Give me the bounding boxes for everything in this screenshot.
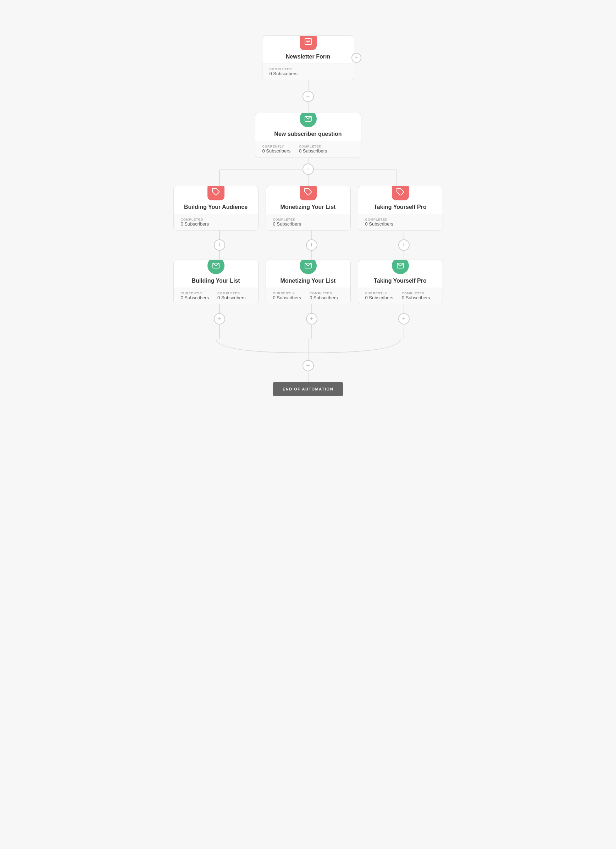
add-button-2[interactable]: + [302, 164, 314, 175]
newsletter-form-title: Newsletter Form [286, 54, 330, 60]
building-your-list-node[interactable]: Building Your List CURRENTLY 0 Subscribe… [173, 259, 266, 304]
email-icon-right [392, 259, 409, 274]
add-button-left-2[interactable]: + [214, 313, 225, 325]
add-button-center-2[interactable]: + [306, 313, 317, 325]
taking-yourself-pro-node-1[interactable]: Taking Yourself Pro COMPLETED 0 Subscrib… [358, 186, 450, 231]
end-automation-button[interactable]: END OF AUTOMATION [273, 382, 343, 396]
tag-icon-1 [207, 186, 225, 200]
add-button-left-1[interactable]: + [214, 239, 225, 251]
taking-yourself-pro-title-1: Taking Yourself Pro [374, 204, 426, 210]
new-subscriber-title: New subscriber question [274, 131, 342, 137]
left-branch-col-2: Building Your List CURRENTLY 0 Subscribe… [173, 259, 266, 339]
automation-canvas: Newsletter Form COMPLETED 0 Subscribers … [131, 14, 485, 835]
connector-line [308, 80, 308, 91]
side-add-button[interactable]: + [351, 53, 362, 63]
newsletter-completed-value: 0 Subscribers [269, 71, 298, 76]
center-branch-col-2: Monetizing Your List CURRENTLY 0 Subscri… [266, 259, 358, 339]
email-icon-left [207, 259, 225, 274]
building-your-list-title: Building Your List [192, 278, 240, 284]
merge-connector-svg [173, 339, 443, 360]
connector-line [308, 102, 308, 113]
ns-currently-value: 0 Subscribers [262, 148, 290, 153]
email-icon-center [300, 259, 317, 274]
add-button-1[interactable]: + [302, 91, 314, 102]
add-button-merge[interactable]: + [302, 360, 314, 371]
right-branch-col-2: Taking Yourself Pro CURRENTLY 0 Subscrib… [358, 259, 450, 339]
ns-completed-label: COMPLETED [299, 145, 321, 148]
building-audience-title: Building Your Audience [184, 204, 247, 210]
email-icon [300, 113, 317, 127]
tag-icon-3 [392, 186, 409, 200]
right-branch-col: Taking Yourself Pro COMPLETED 0 Subscrib… [358, 186, 450, 259]
add-button-right-2[interactable]: + [398, 313, 409, 325]
newsletter-completed-label: COMPLETED [269, 67, 292, 71]
taking-yourself-pro-node-2[interactable]: Taking Yourself Pro CURRENTLY 0 Subscrib… [358, 259, 450, 304]
left-branch-col: Building Your Audience COMPLETED 0 Subsc… [173, 186, 266, 259]
tag-icon-2 [300, 186, 317, 200]
monetizing-list-node-1[interactable]: Monetizing Your List COMPLETED 0 Subscri… [266, 186, 358, 231]
add-button-right-1[interactable]: + [398, 239, 409, 251]
new-subscriber-node[interactable]: New subscriber question CURRENTLY 0 Subs… [255, 113, 362, 158]
taking-yourself-pro-title-2: Taking Yourself Pro [374, 278, 426, 284]
monetizing-list-title-2: Monetizing Your List [281, 278, 336, 284]
building-audience-node[interactable]: Building Your Audience COMPLETED 0 Subsc… [173, 186, 266, 231]
form-icon [300, 36, 317, 50]
ns-currently-label: CURRENTLY [262, 145, 284, 148]
center-branch-col: Monetizing Your List COMPLETED 0 Subscri… [266, 186, 358, 259]
newsletter-form-node[interactable]: Newsletter Form COMPLETED 0 Subscribers … [262, 36, 354, 80]
monetizing-list-title-1: Monetizing Your List [281, 204, 336, 210]
monetizing-list-node-2[interactable]: Monetizing Your List CURRENTLY 0 Subscri… [266, 259, 358, 304]
add-button-center-1[interactable]: + [306, 239, 317, 251]
ns-completed-value: 0 Subscribers [299, 148, 327, 153]
